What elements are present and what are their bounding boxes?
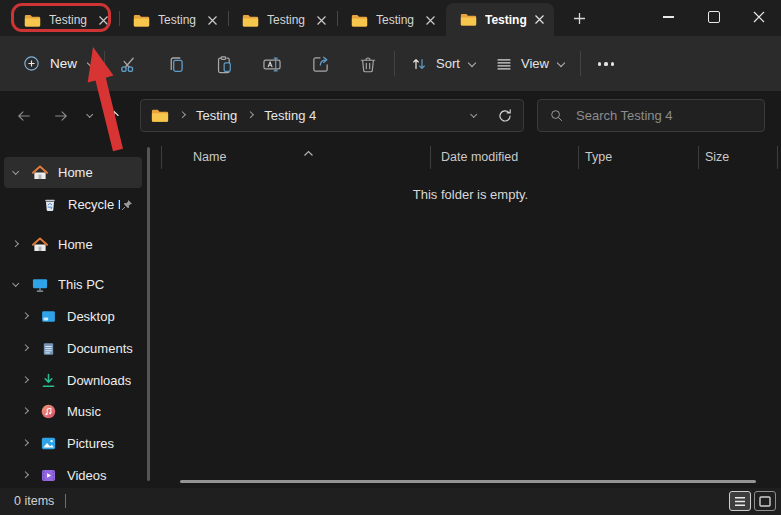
toolbar-separator — [580, 51, 581, 76]
address-bar[interactable]: Testing Testing 4 — [140, 99, 524, 132]
chevron-right-icon[interactable] — [22, 312, 31, 321]
tab-close-icon[interactable] — [531, 11, 548, 29]
more-options-icon — [598, 62, 615, 65]
breadcrumb-segment[interactable]: Testing — [196, 108, 237, 123]
status-bar: 0 items — [0, 488, 781, 515]
address-dropdown-chevron-icon[interactable] — [469, 111, 478, 120]
chevron-down-icon[interactable] — [12, 168, 21, 177]
sidebar-item-home-2[interactable]: Home — [4, 229, 142, 260]
minimize-button[interactable] — [646, 0, 691, 34]
sidebar-item-pictures[interactable]: Pictures — [4, 428, 142, 459]
tab-testing-2[interactable]: Testing — [119, 4, 227, 36]
minimize-icon — [663, 16, 674, 17]
new-button[interactable]: New — [14, 48, 103, 79]
column-separator[interactable] — [161, 146, 162, 169]
chevron-right-icon[interactable] — [22, 344, 31, 353]
tab-close-icon[interactable] — [204, 11, 221, 29]
sidebar-item-home[interactable]: Home — [4, 157, 142, 188]
breadcrumb-segment[interactable]: Testing 4 — [264, 108, 316, 123]
tab-testing-5-active[interactable]: Testing — [446, 3, 554, 36]
tab-testing-1[interactable]: Testing — [10, 4, 118, 36]
navigation-bar: Testing Testing 4 — [0, 91, 781, 141]
maximize-button[interactable] — [691, 0, 736, 34]
file-list-pane: Name Date modified Type Size This folder… — [160, 141, 781, 488]
sidebar-item-this-pc[interactable]: This PC — [4, 269, 142, 300]
sidebar-item-downloads[interactable]: Downloads — [4, 365, 142, 396]
forward-button[interactable] — [47, 103, 75, 129]
column-header-type[interactable]: Type — [585, 150, 612, 164]
videos-icon — [39, 466, 58, 485]
sort-button[interactable]: Sort — [404, 48, 483, 79]
tab-close-icon[interactable] — [95, 11, 112, 29]
column-separator[interactable] — [777, 146, 778, 169]
column-separator[interactable] — [578, 146, 579, 169]
column-header-name[interactable]: Name — [193, 150, 226, 164]
chevron-down-icon — [86, 112, 95, 121]
delete-button[interactable] — [348, 49, 388, 79]
chevron-down-icon[interactable] — [12, 280, 21, 289]
up-button[interactable] — [100, 103, 128, 129]
downloads-icon — [39, 371, 58, 390]
details-view-icon — [734, 496, 746, 507]
tab-label: Testing — [485, 13, 527, 27]
chevron-right-icon[interactable] — [22, 439, 31, 448]
chevron-right-icon[interactable] — [22, 407, 31, 416]
plus-circle-icon — [22, 54, 41, 73]
folder-icon — [460, 12, 477, 27]
tab-testing-4[interactable]: Testing — [337, 4, 445, 36]
chevron-right-icon — [246, 111, 255, 120]
home-icon — [30, 163, 49, 182]
navigation-pane: Home Recycle Bin Home This PC Deskto — [0, 141, 152, 488]
sidebar-item-label: Home — [58, 237, 93, 252]
command-toolbar: New Sort View — [0, 36, 781, 91]
cut-button[interactable] — [108, 49, 148, 79]
tab-label: Testing — [376, 13, 418, 27]
tab-close-icon[interactable] — [422, 11, 439, 29]
copy-button[interactable] — [156, 49, 196, 79]
search-input[interactable] — [574, 107, 753, 124]
view-toggle-group — [729, 491, 776, 511]
sidebar-item-music[interactable]: Music — [4, 396, 142, 427]
tab-testing-3[interactable]: Testing — [228, 4, 336, 36]
close-button[interactable] — [736, 0, 781, 34]
item-count: 0 items — [14, 494, 54, 508]
copy-icon — [166, 54, 187, 75]
chevron-right-icon[interactable] — [12, 240, 21, 249]
file-explorer-window: Testing Testing Testing Testing Testing — [0, 0, 781, 515]
recycle-bin-icon — [40, 195, 59, 214]
chevron-right-icon[interactable] — [22, 471, 31, 480]
refresh-button[interactable] — [497, 108, 513, 124]
share-button[interactable] — [300, 49, 340, 79]
sidebar-item-videos[interactable]: Videos — [4, 460, 142, 491]
column-separator[interactable] — [430, 146, 431, 169]
tab-label: Testing — [267, 13, 309, 27]
sidebar-item-documents[interactable]: Documents — [4, 333, 142, 364]
column-separator[interactable] — [698, 146, 699, 169]
horizontal-scrollbar[interactable] — [180, 480, 756, 483]
tab-close-icon[interactable] — [313, 11, 330, 29]
forward-arrow-icon — [53, 108, 69, 124]
rename-button[interactable] — [252, 49, 292, 79]
chevron-right-icon[interactable] — [22, 376, 31, 385]
view-button[interactable]: View — [489, 48, 572, 79]
sort-button-label: Sort — [436, 56, 460, 71]
sidebar-item-desktop[interactable]: Desktop — [4, 301, 142, 332]
sidebar-scrollbar[interactable] — [147, 147, 150, 481]
sidebar-item-recycle-bin[interactable]: Recycle Bin — [4, 189, 142, 220]
more-options-button[interactable] — [586, 49, 626, 79]
details-view-button[interactable] — [729, 491, 751, 511]
back-button[interactable] — [10, 103, 38, 129]
column-header-size[interactable]: Size — [705, 150, 729, 164]
folder-icon — [242, 13, 259, 28]
large-icons-view-button[interactable] — [754, 491, 776, 511]
paste-button[interactable] — [204, 49, 244, 79]
sidebar-item-label: Documents — [67, 341, 133, 356]
column-header-date-modified[interactable]: Date modified — [441, 150, 518, 164]
view-lines-icon — [495, 55, 513, 73]
large-icons-view-icon — [759, 496, 771, 507]
breadcrumb-root-folder-icon[interactable] — [151, 108, 169, 123]
new-tab-button[interactable] — [566, 7, 592, 30]
search-box[interactable] — [537, 99, 765, 132]
folder-icon — [24, 13, 41, 28]
maximize-icon — [708, 11, 720, 23]
